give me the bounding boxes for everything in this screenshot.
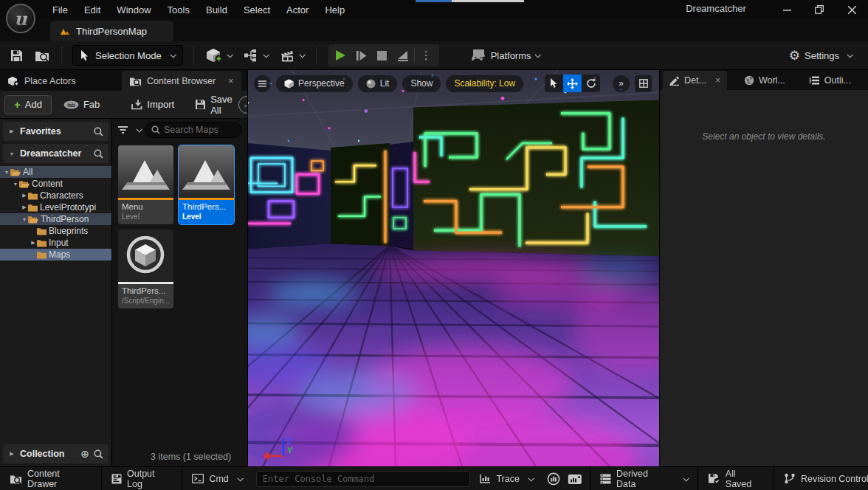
show-dropdown[interactable]: Show — [402, 75, 441, 92]
revision-control-label: Revision Control — [801, 474, 868, 484]
close-icon[interactable]: × — [228, 75, 234, 86]
asset-tab-row: ThirdPersonMap — [0, 19, 868, 41]
menu-item-window[interactable]: Window — [108, 4, 159, 15]
rotate-tool-button[interactable] — [582, 75, 600, 92]
search-icon[interactable] — [94, 127, 103, 137]
tree-item-thirdperson[interactable]: ▼ThirdPerson — [0, 213, 111, 225]
tree-arrow-icon[interactable]: ▼ — [12, 182, 19, 187]
unreal-logo-icon[interactable]: u — [6, 4, 35, 33]
tree-item-all[interactable]: ▼All — [0, 166, 111, 178]
play-options-menu[interactable]: ⋮ — [414, 48, 438, 63]
cmd-dropdown[interactable]: Cmd — [182, 467, 251, 490]
asset-tile-menu[interactable]: MenuLevel — [118, 145, 173, 224]
derived-data-dropdown[interactable]: Derived Data — [590, 467, 698, 490]
launch-button[interactable] — [392, 44, 414, 66]
import-button[interactable]: Import — [122, 95, 183, 114]
tree-item-levelprototypi[interactable]: ▶LevelPrototypi — [0, 201, 111, 213]
search-input[interactable] — [164, 125, 235, 135]
select-tool-button[interactable] — [545, 75, 563, 92]
import-icon — [131, 99, 142, 110]
asset-thumbnail — [118, 230, 173, 282]
collection-section[interactable]: ▶ Collection ⊕ — [3, 444, 108, 463]
console-input[interactable] — [263, 474, 464, 484]
trace-dropdown[interactable]: Trace — [470, 467, 542, 490]
tree-arrow-icon[interactable]: ▼ — [3, 170, 10, 175]
tab-world-settings[interactable]: Worl... — [737, 71, 792, 90]
filter-icon[interactable] — [118, 125, 129, 134]
fab-button[interactable]: fab Fab — [55, 95, 108, 114]
tree-arrow-icon[interactable]: ▶ — [21, 193, 28, 199]
all-saved-button[interactable]: All Saved — [698, 467, 774, 490]
tree-arrow-icon[interactable]: ▼ — [21, 217, 28, 222]
restore-button[interactable] — [803, 0, 836, 19]
blueprints-button[interactable] — [238, 44, 274, 66]
chevron-down-icon[interactable] — [136, 126, 142, 132]
project-root-section[interactable]: ▼ Dreamcatcher — [3, 144, 108, 163]
viewport-options-menu[interactable] — [254, 75, 271, 92]
menu-item-file[interactable]: File — [44, 4, 76, 15]
expand-arrow-icon[interactable]: ▶ — [8, 451, 16, 457]
tab-details[interactable]: Det... × — [663, 71, 727, 90]
settings-dropdown[interactable]: ⚙ Settings — [789, 48, 868, 63]
save-level-button[interactable] — [4, 44, 29, 66]
favorites-section[interactable]: ▶ Favorites — [3, 122, 108, 141]
close-button[interactable] — [836, 0, 868, 19]
tab-thirdpersonmap[interactable]: ThirdPersonMap — [50, 21, 173, 41]
skip-frame-button[interactable] — [351, 44, 372, 66]
expand-arrow-icon[interactable]: ▶ — [8, 128, 16, 134]
scalability-label: Scalability: Low — [454, 78, 515, 89]
viewport-scene[interactable]: Z Y — [248, 70, 659, 466]
scalability-indicator[interactable]: Scalability: Low — [446, 75, 523, 92]
menu-item-select[interactable]: Select — [235, 4, 278, 15]
svg-text:fab: fab — [67, 102, 75, 107]
browse-content-button[interactable] — [29, 44, 55, 66]
menu-item-edit[interactable]: Edit — [76, 4, 108, 15]
details-label: Det... — [684, 75, 706, 86]
expand-toolbar-button[interactable]: » — [613, 75, 630, 92]
tree-item-maps[interactable]: Maps — [0, 249, 111, 260]
tree-item-content[interactable]: ▼Content — [0, 178, 111, 190]
tab-outliner[interactable]: Outli... — [802, 71, 858, 90]
maximize-viewport-button[interactable] — [635, 75, 652, 92]
perspective-dropdown[interactable]: Perspective — [276, 75, 353, 92]
add-actor-button[interactable] — [200, 44, 238, 66]
console-command-input[interactable] — [256, 471, 471, 487]
close-icon[interactable]: × — [715, 75, 720, 86]
collapse-arrow-icon[interactable]: ▼ — [8, 151, 16, 156]
asset-search[interactable] — [145, 122, 241, 138]
tree-item-input[interactable]: ▶Input — [0, 237, 111, 249]
add-button[interactable]: + Add — [4, 95, 52, 114]
add-collection-icon[interactable]: ⊕ — [80, 448, 89, 460]
tab-place-actors[interactable]: Place Actors — [0, 71, 122, 91]
cinematics-button[interactable] — [274, 44, 310, 66]
tree-arrow-icon[interactable]: ▶ — [30, 240, 37, 246]
save-all-button[interactable]: Save All — [186, 95, 243, 114]
screenshot-button[interactable] — [565, 467, 590, 490]
search-icon[interactable] — [94, 449, 103, 459]
menu-item-actor[interactable]: Actor — [278, 4, 317, 15]
selection-mode-dropdown[interactable]: Selection Mode — [72, 45, 183, 66]
level-viewport[interactable]: Z Y Perspective Lit Show — [248, 70, 659, 466]
menu-item-tools[interactable]: Tools — [159, 4, 198, 15]
insights-button[interactable] — [542, 467, 565, 490]
play-button[interactable] — [330, 44, 351, 66]
tree-item-blueprints[interactable]: Blueprints — [0, 225, 111, 237]
output-log-button[interactable]: Output Log — [102, 467, 182, 490]
lit-dropdown[interactable]: Lit — [358, 75, 398, 92]
tree-item-characters[interactable]: ▶Characters — [0, 190, 111, 201]
content-drawer-button[interactable]: Content Drawer — [0, 467, 102, 490]
tab-content-browser[interactable]: Content Browser × — [122, 71, 241, 91]
tree-arrow-icon[interactable]: ▶ — [21, 204, 28, 210]
revision-control-button[interactable]: Revision Control — [774, 467, 868, 490]
search-icon[interactable] — [94, 149, 103, 159]
platforms-dropdown[interactable]: Platforms — [464, 44, 545, 66]
menu-item-help[interactable]: Help — [317, 4, 353, 15]
asset-tile-thirdpers-[interactable]: ThirdPers...Level — [179, 145, 234, 224]
asset-tile-thirdpers-[interactable]: ThirdPers.../Script/Engin... — [118, 230, 173, 308]
menu-item-build[interactable]: Build — [198, 4, 235, 15]
minimize-button[interactable] — [771, 0, 803, 19]
chevron-down-icon — [683, 475, 689, 481]
details-icon — [669, 76, 680, 86]
move-tool-button[interactable] — [563, 75, 582, 92]
stop-button[interactable] — [372, 44, 392, 66]
